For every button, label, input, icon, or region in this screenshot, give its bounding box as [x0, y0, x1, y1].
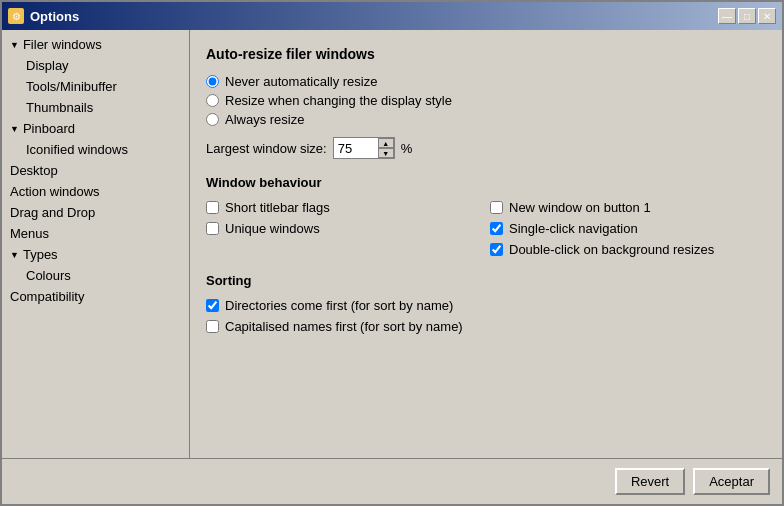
checkbox-short-titlebar[interactable]	[206, 201, 219, 214]
maximize-button[interactable]: □	[738, 8, 756, 24]
sidebar-item-types[interactable]: ▼ Types	[2, 244, 189, 265]
radio-always-label[interactable]: Always resize	[225, 112, 304, 127]
radio-always[interactable]	[206, 113, 219, 126]
checkbox-caps-first[interactable]	[206, 320, 219, 333]
sidebar-item-thumbnails[interactable]: Thumbnails	[2, 97, 189, 118]
checkbox-dirs-first-label[interactable]: Directories come first (for sort by name…	[225, 298, 453, 313]
sidebar-label-desktop: Desktop	[10, 163, 58, 178]
checkbox-unique-windows[interactable]	[206, 222, 219, 235]
radio-never-row: Never automatically resize	[206, 74, 766, 89]
size-spinner: ▲ ▼	[333, 137, 395, 159]
sorting-title: Sorting	[206, 273, 766, 288]
checkbox-short-titlebar-row: Short titlebar flags	[206, 200, 482, 215]
sidebar-item-filer-windows[interactable]: ▼ Filer windows	[2, 34, 189, 55]
window-title: Options	[30, 9, 79, 24]
sidebar-label-drag-drop: Drag and Drop	[10, 205, 95, 220]
sidebar-item-action-windows[interactable]: Action windows	[2, 181, 189, 202]
checkbox-short-titlebar-label[interactable]: Short titlebar flags	[225, 200, 330, 215]
expand-icon-pinboard: ▼	[10, 124, 19, 134]
titlebar-left: ⚙ Options	[8, 8, 79, 24]
sidebar-label-iconified: Iconified windows	[26, 142, 128, 157]
titlebar: ⚙ Options — □ ✕	[2, 2, 782, 30]
checkbox-unique-windows-label[interactable]: Unique windows	[225, 221, 320, 236]
sidebar-item-display[interactable]: Display	[2, 55, 189, 76]
behaviour-title: Window behaviour	[206, 175, 766, 190]
radio-resize-display[interactable]	[206, 94, 219, 107]
sidebar-item-colours[interactable]: Colours	[2, 265, 189, 286]
spinner-up-button[interactable]: ▲	[378, 138, 394, 148]
radio-resize-display-label[interactable]: Resize when changing the display style	[225, 93, 452, 108]
app-icon: ⚙	[8, 8, 24, 24]
sidebar-label-menus: Menus	[10, 226, 49, 241]
size-input[interactable]	[334, 138, 378, 158]
revert-button[interactable]: Revert	[615, 468, 685, 495]
checkbox-new-window[interactable]	[490, 201, 503, 214]
radio-never[interactable]	[206, 75, 219, 88]
sidebar-item-menus[interactable]: Menus	[2, 223, 189, 244]
sidebar-item-compatibility[interactable]: Compatibility	[2, 286, 189, 307]
radio-never-label[interactable]: Never automatically resize	[225, 74, 377, 89]
section-title: Auto-resize filer windows	[206, 46, 766, 62]
main-panel: Auto-resize filer windows Never automati…	[190, 30, 782, 458]
spinner-down-button[interactable]: ▼	[378, 148, 394, 158]
checkbox-double-click-label[interactable]: Double-click on background resizes	[509, 242, 714, 257]
accept-button[interactable]: Aceptar	[693, 468, 770, 495]
checkbox-single-click-label[interactable]: Single-click navigation	[509, 221, 638, 236]
resize-radio-group: Never automatically resize Resize when c…	[206, 74, 766, 127]
checkbox-caps-first-row: Capitalised names first (for sort by nam…	[206, 319, 766, 334]
sort-checkboxes: Directories come first (for sort by name…	[206, 298, 766, 334]
window-size-row: Largest window size: ▲ ▼ %	[206, 137, 766, 159]
size-label: Largest window size:	[206, 141, 327, 156]
options-window: ⚙ Options — □ ✕ ▼ Filer windows Display …	[0, 0, 784, 506]
checkbox-new-window-label[interactable]: New window on button 1	[509, 200, 651, 215]
checkbox-caps-first-label[interactable]: Capitalised names first (for sort by nam…	[225, 319, 463, 334]
checkbox-new-window-row: New window on button 1	[490, 200, 766, 215]
sidebar-label-display: Display	[26, 58, 69, 73]
checkbox-single-click-row: Single-click navigation	[490, 221, 766, 236]
sidebar-label-colours: Colours	[26, 268, 71, 283]
sidebar-label-compatibility: Compatibility	[10, 289, 84, 304]
sidebar-label-thumbnails: Thumbnails	[26, 100, 93, 115]
content-area: ▼ Filer windows Display Tools/Minibuffer…	[2, 30, 782, 458]
sidebar-label-tools: Tools/Minibuffer	[26, 79, 117, 94]
spinner-buttons: ▲ ▼	[378, 138, 394, 158]
checkbox-dirs-first[interactable]	[206, 299, 219, 312]
sidebar-item-drag-drop[interactable]: Drag and Drop	[2, 202, 189, 223]
sidebar-label-filer-windows: Filer windows	[23, 37, 102, 52]
size-unit: %	[401, 141, 413, 156]
sidebar: ▼ Filer windows Display Tools/Minibuffer…	[2, 30, 190, 458]
sidebar-item-tools-minibuffer[interactable]: Tools/Minibuffer	[2, 76, 189, 97]
sidebar-label-types: Types	[23, 247, 58, 262]
sidebar-item-pinboard[interactable]: ▼ Pinboard	[2, 118, 189, 139]
expand-icon-filer: ▼	[10, 40, 19, 50]
titlebar-buttons: — □ ✕	[718, 8, 776, 24]
checkbox-dirs-first-row: Directories come first (for sort by name…	[206, 298, 766, 313]
sidebar-label-pinboard: Pinboard	[23, 121, 75, 136]
sidebar-item-desktop[interactable]: Desktop	[2, 160, 189, 181]
minimize-button[interactable]: —	[718, 8, 736, 24]
footer: Revert Aceptar	[2, 458, 782, 504]
sidebar-label-action-windows: Action windows	[10, 184, 100, 199]
radio-resize-display-row: Resize when changing the display style	[206, 93, 766, 108]
checkbox-double-click[interactable]	[490, 243, 503, 256]
expand-icon-types: ▼	[10, 250, 19, 260]
behaviour-checkboxes: Short titlebar flags New window on butto…	[206, 200, 766, 257]
checkbox-double-click-row: Double-click on background resizes	[490, 242, 766, 257]
close-button[interactable]: ✕	[758, 8, 776, 24]
radio-always-row: Always resize	[206, 112, 766, 127]
sidebar-item-iconified-windows[interactable]: Iconified windows	[2, 139, 189, 160]
checkbox-unique-windows-row: Unique windows	[206, 221, 482, 236]
checkbox-single-click[interactable]	[490, 222, 503, 235]
